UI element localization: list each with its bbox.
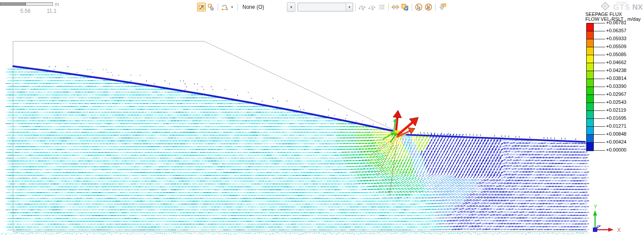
legend-value: +0.00424	[606, 139, 626, 144]
toolbar-separator	[412, 4, 412, 11]
legend-band	[587, 39, 593, 47]
scale-bar-segment-left	[0, 2, 26, 6]
toolbar-separator	[218, 4, 218, 11]
legend-value: +0.06781	[606, 20, 626, 25]
legend-value: +0.04662	[606, 60, 626, 65]
legend-band	[587, 55, 593, 63]
brand-gts: GTS	[613, 4, 630, 11]
legend-value: +0.02967	[606, 91, 626, 97]
viewport-canvas[interactable]	[0, 0, 644, 235]
result-combobox[interactable]: ▾	[298, 3, 353, 11]
axis-y-label: Y	[594, 204, 597, 210]
app-window: m 5.56 11.1 ▾	[0, 0, 644, 235]
legend-value: +0.01695	[606, 115, 626, 121]
legend-color-bar	[586, 23, 594, 151]
legend-value: +0.03390	[606, 83, 626, 89]
legend-value: +0.00000	[606, 147, 626, 152]
polyline-select-icon	[368, 4, 376, 11]
legend-tick	[594, 134, 605, 135]
axis-triad-icon: Y X	[586, 200, 626, 234]
legend-tick	[594, 95, 605, 95]
flow-path-button[interactable]	[220, 3, 229, 11]
toolbar-separator	[435, 4, 436, 11]
legend-band	[587, 135, 593, 143]
id-badge-label: ID	[443, 4, 446, 7]
pick-id-icon: ID	[438, 3, 446, 11]
legend-tick	[594, 142, 605, 143]
legend-tick	[594, 79, 605, 79]
legend-band	[587, 63, 593, 71]
legend-value: +0.05085	[606, 52, 626, 57]
select-curve-button[interactable]	[358, 3, 367, 11]
legend-band	[587, 143, 593, 151]
curve-select-icon	[358, 4, 366, 11]
legend-tick	[594, 39, 605, 39]
mini-dropdown-button[interactable]: ▾	[287, 2, 295, 12]
legend-tick	[594, 31, 605, 31]
zoom-window-icon	[198, 4, 205, 11]
legend-value: +0.05933	[606, 36, 626, 41]
selection-list-button[interactable]	[377, 3, 386, 11]
toolbar: ▾ None (O) ▾ ▾	[197, 2, 447, 12]
pick-id-button[interactable]: ID	[438, 3, 447, 11]
legend-value: +0.02119	[606, 107, 626, 113]
free-face-select-button[interactable]	[391, 3, 400, 11]
selection-list-icon	[379, 4, 385, 10]
scale-bar-mid-value: 5.56	[20, 8, 30, 14]
legend-value: +0.05509	[606, 44, 626, 49]
caret-icon: ▾	[349, 5, 351, 9]
legend-value: +0.00848	[606, 131, 626, 136]
midas-gts-nx-logo: midas GTS NX	[599, 1, 643, 11]
legend-band	[587, 111, 593, 119]
brand-nx: NX	[632, 4, 643, 11]
selection-mode-label[interactable]: None (O)	[242, 4, 264, 10]
legend-tick	[594, 102, 605, 103]
flow-path-icon	[221, 4, 229, 11]
legend-band	[587, 95, 593, 103]
select-none-button[interactable]	[414, 3, 423, 11]
legend-tick	[594, 126, 605, 127]
caret-icon: ▾	[231, 5, 233, 9]
axis-x-label: X	[617, 227, 621, 233]
legend-band	[587, 31, 593, 39]
legend-value: +0.06357	[606, 28, 626, 33]
window-select-button[interactable]	[401, 3, 409, 11]
scale-bar-unit-label: m	[55, 1, 59, 8]
result-legend: SEEPAGE FLUX FLOW VEL-RSLT , m/day +0.06…	[585, 12, 644, 22]
legend-tick	[594, 87, 605, 87]
toolbar-separator	[237, 4, 238, 11]
pick-select-button[interactable]	[207, 3, 216, 11]
legend-band	[587, 23, 593, 31]
window-select-icon	[401, 4, 409, 11]
scale-bar-segment-right	[26, 2, 53, 6]
legend-band	[587, 79, 593, 87]
legend-tick	[594, 55, 605, 55]
flow-dropdown-caret[interactable]: ▾	[229, 3, 235, 11]
legend-band	[587, 127, 593, 135]
legend-band	[587, 87, 593, 95]
scale-bar-end-value: 11.1	[47, 8, 56, 14]
legend-tick	[594, 71, 605, 71]
legend-band	[587, 119, 593, 127]
legend-tick	[594, 63, 605, 63]
zoom-window-button[interactable]	[197, 3, 206, 11]
legend-value: +0.04238	[606, 68, 626, 73]
combobox-caret[interactable]: ▾	[346, 3, 353, 11]
select-circle-icon	[415, 3, 423, 11]
midas-diamond-icon	[599, 1, 611, 11]
deselect-all-button[interactable]	[424, 3, 433, 11]
legend-band	[587, 47, 593, 55]
legend-value: +0.01271	[606, 123, 626, 129]
caret-icon: ▾	[290, 5, 293, 9]
legend-tick	[594, 118, 605, 119]
legend-band	[587, 71, 593, 79]
free-face-select-icon	[391, 4, 399, 11]
select-polyline-button[interactable]	[368, 3, 376, 11]
toolbar-separator	[355, 4, 356, 11]
toolbar-separator	[388, 4, 389, 11]
legend-tick	[594, 47, 605, 47]
scale-bar: m 5.56 11.1	[0, 1, 71, 15]
legend-tick	[594, 150, 605, 151]
legend-value: +0.03814	[606, 76, 626, 81]
legend-tick	[594, 23, 605, 23]
